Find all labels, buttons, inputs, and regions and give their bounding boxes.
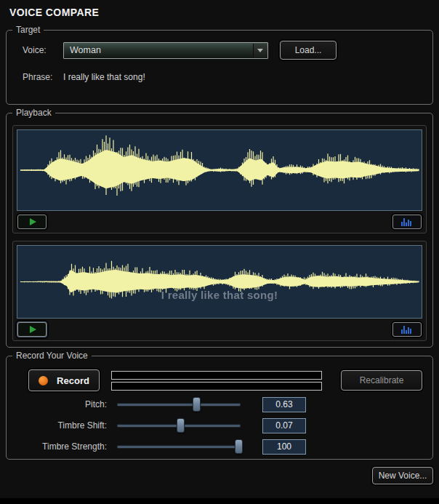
voice-select-arrow-button[interactable] xyxy=(253,44,267,57)
your-voice-waveform-display: I really like that song! xyxy=(17,245,422,319)
timbre-shift-slider-thumb[interactable] xyxy=(177,418,185,433)
record-row: Record Recalibrate xyxy=(28,369,422,391)
timbre-shift-label: Timbre Shift: xyxy=(7,420,107,431)
target-waveform-display xyxy=(17,129,422,211)
footer: New Voice... xyxy=(0,467,433,484)
voice-selected-value: Woman xyxy=(64,43,252,58)
timbre-strength-row: Timbre Strength: 100 xyxy=(7,439,432,455)
target-legend: Target xyxy=(12,25,44,35)
voice-row: Voice: Woman Load... xyxy=(23,41,432,60)
page-title: VOICE COMPARE xyxy=(0,0,439,22)
level-meter-bottom xyxy=(111,382,322,391)
timbre-shift-row: Timbre Shift: 0.07 xyxy=(7,417,432,433)
play-target-button[interactable] xyxy=(17,215,47,229)
spectrum-your-voice-button[interactable] xyxy=(392,322,422,337)
voice-compare-window: VOICE COMPARE Target Voice: Woman Load..… xyxy=(0,0,439,504)
spectrum-target-button[interactable] xyxy=(392,215,422,229)
pitch-label: Pitch: xyxy=(7,399,107,409)
pitch-row: Pitch: 0.63 xyxy=(7,396,432,412)
timbre-shift-value-field[interactable]: 0.07 xyxy=(262,418,306,433)
phrase-row: Phrase: I really like that song! xyxy=(23,72,432,82)
target-waveform-panel xyxy=(12,125,427,233)
record-icon xyxy=(39,376,48,385)
target-waveform-canvas xyxy=(17,130,422,210)
play-your-voice-button[interactable] xyxy=(17,322,47,337)
recalibrate-button[interactable]: Recalibrate xyxy=(341,370,422,391)
new-voice-button[interactable]: New Voice... xyxy=(372,467,433,484)
record-group: Record Your Voice Record Recalibrate Pit… xyxy=(6,351,433,460)
record-button[interactable]: Record xyxy=(28,369,100,391)
pitch-slider[interactable] xyxy=(117,396,241,412)
pitch-slider-track xyxy=(117,403,241,406)
pitch-value-field[interactable]: 0.63 xyxy=(262,397,306,412)
voice-select[interactable]: Woman xyxy=(63,42,268,59)
chevron-down-icon xyxy=(257,49,263,52)
your-voice-waveform-canvas xyxy=(17,246,422,318)
your-voice-waveform-panel: I really like that song! xyxy=(12,241,427,341)
play-icon xyxy=(30,326,36,333)
equalizer-icon xyxy=(401,217,413,226)
phrase-label: Phrase: xyxy=(23,72,57,82)
bottom-bar xyxy=(0,498,439,504)
timbre-strength-slider-track xyxy=(117,445,241,448)
level-meters xyxy=(111,371,322,391)
target-waveform-controls xyxy=(17,215,422,229)
timbre-strength-value-field[interactable]: 100 xyxy=(262,439,306,455)
load-button[interactable]: Load... xyxy=(280,41,337,60)
target-group: Target Voice: Woman Load... Phrase: I re… xyxy=(6,25,433,105)
timbre-strength-label: Timbre Strength: xyxy=(7,441,107,452)
record-button-label: Record xyxy=(57,375,89,386)
waveform-overlay-text: I really like that song! xyxy=(17,289,422,301)
timbre-strength-slider-thumb[interactable] xyxy=(235,439,243,454)
play-icon xyxy=(30,218,36,225)
pitch-slider-thumb[interactable] xyxy=(193,397,201,412)
record-legend: Record Your Voice xyxy=(12,351,92,361)
playback-legend: Playback xyxy=(12,108,55,118)
timbre-strength-slider[interactable] xyxy=(117,439,241,455)
playback-group: Playback xyxy=(6,108,433,348)
level-meter-top xyxy=(111,371,322,380)
equalizer-icon xyxy=(401,325,413,334)
voice-label: Voice: xyxy=(23,45,57,55)
timbre-shift-slider[interactable] xyxy=(117,417,241,433)
phrase-value: I really like that song! xyxy=(63,72,145,82)
your-voice-waveform-controls xyxy=(17,322,422,337)
